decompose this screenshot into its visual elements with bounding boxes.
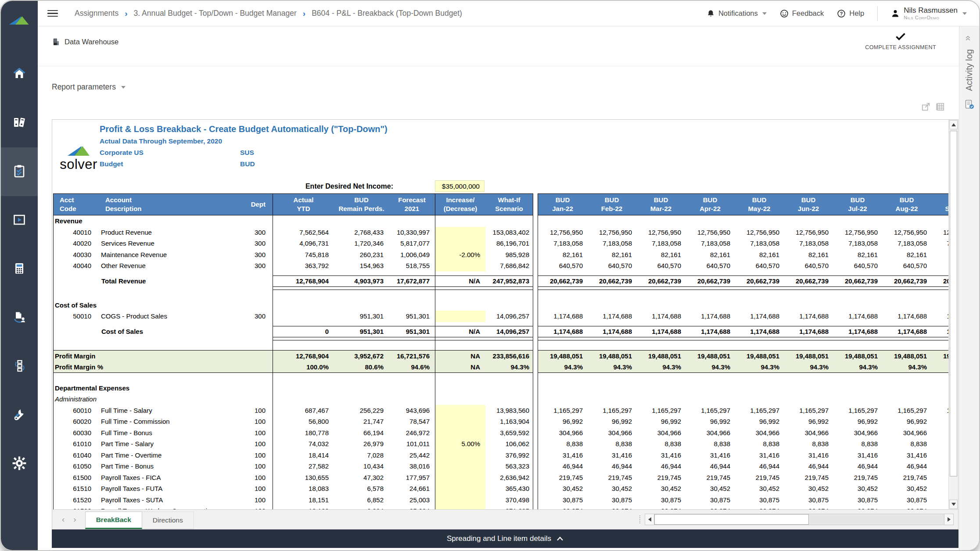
vertical-scroll-thumb[interactable]: [950, 131, 957, 476]
sheet-tab-directions[interactable]: Directions: [142, 512, 194, 529]
month-value-cell: [538, 215, 587, 227]
month-value-cell: 46,944: [882, 461, 931, 472]
sidebar-item-data-collaboration[interactable]: [1, 293, 38, 342]
actual-ytd-cell: [273, 287, 334, 290]
increase-decrease-input[interactable]: [435, 311, 485, 322]
next-sheet-arrow[interactable]: ›: [73, 515, 76, 524]
month-value-cell: 7,183,058: [587, 238, 636, 249]
sidebar-item-home[interactable]: [1, 50, 38, 99]
increase-decrease-input[interactable]: [435, 427, 485, 439]
scroll-right-button[interactable]: [944, 514, 953, 525]
pane-gap: [533, 260, 538, 272]
sheet-tabs: BreakBackDirections: [85, 510, 194, 529]
breadcrumb-item[interactable]: B604 - P&L - Breakback (Top-Down Budget): [312, 9, 462, 18]
sheet-tab-breakback[interactable]: BreakBack: [85, 512, 142, 529]
sidebar-item-process-flow[interactable]: [1, 342, 38, 391]
spacer-row: [53, 272, 948, 276]
sidebar-item-calculator[interactable]: [1, 245, 38, 293]
sidebar-item-assignments[interactable]: [1, 147, 38, 196]
bud-remain-cell: [334, 287, 389, 290]
forecast-cell: 10,330,997: [389, 227, 435, 238]
whatif-scenario-cell: [485, 383, 533, 394]
increase-decrease-input[interactable]: [435, 461, 485, 472]
increase-decrease-input[interactable]: [435, 505, 485, 509]
dept-cell: [229, 394, 273, 405]
month-value-cell: [587, 322, 636, 326]
breadcrumb-item[interactable]: 3. Annual Budget - Top/Down - Budget Man…: [134, 9, 297, 18]
month-value-cell: 30,875: [735, 494, 784, 506]
month-value-cell: 30,452: [686, 483, 735, 494]
header-bud-remain: BUDRemain Perds.: [334, 193, 389, 215]
month-value-cell: [587, 272, 636, 276]
month-value-cell: [784, 394, 833, 405]
sidebar-item-tools[interactable]: [1, 391, 38, 440]
horizontal-scrollbar[interactable]: [645, 514, 954, 525]
increase-decrease-cell: [435, 272, 485, 276]
actual-ytd-cell: [273, 215, 334, 227]
increase-decrease-input[interactable]: [435, 260, 485, 272]
increase-decrease-input[interactable]: [435, 227, 485, 238]
spreading-details-toggle[interactable]: Spreading and Line item details: [52, 530, 958, 548]
net-income-input[interactable]: $35,000,000: [435, 180, 485, 192]
month-value-cell: 1,165,297: [538, 405, 587, 416]
sidebar-item-report-player[interactable]: [1, 196, 38, 245]
open-fullscreen-icon[interactable]: [921, 102, 931, 113]
month-value-cell: 304,966: [833, 427, 882, 439]
month-value-cell: 30,974: [587, 505, 636, 509]
user-name: Nils Rasmussen: [904, 7, 958, 15]
month-value-cell: [931, 300, 948, 311]
increase-decrease-input[interactable]: [435, 494, 485, 506]
scroll-up-button[interactable]: [949, 120, 958, 129]
sidebar-item-settings[interactable]: [1, 440, 38, 488]
feedback-button[interactable]: Feedback: [780, 9, 824, 18]
solver-triangles-icon: [8, 14, 30, 27]
sidebar-item-report-archive[interactable]: [1, 99, 38, 147]
notifications-button[interactable]: Notifications: [707, 9, 767, 18]
report-parameters-toggle[interactable]: Report parameters: [52, 82, 126, 92]
activity-log-label[interactable]: Activity log: [964, 49, 974, 91]
whatif-scenario-cell: 985,928: [485, 249, 533, 261]
hamburger-menu-icon[interactable]: [47, 8, 58, 19]
increase-decrease-input[interactable]: [435, 472, 485, 483]
vertical-scrollbar[interactable]: [948, 120, 958, 509]
whatif-scenario-cell: 3,659,592: [485, 427, 533, 439]
collapse-panel-icon[interactable]: «: [965, 36, 974, 41]
activity-log-icon[interactable]: [964, 99, 975, 111]
month-value-cell: 82,161: [833, 249, 882, 261]
increase-decrease-input[interactable]: [435, 416, 485, 427]
breadcrumb-item[interactable]: Assignments: [75, 9, 118, 18]
scroll-down-button[interactable]: [949, 500, 958, 509]
table-row: 61530Payroll Taxes - Workers Compensatio…: [53, 505, 948, 509]
help-button[interactable]: ? Help: [837, 9, 864, 18]
pane-gap: [533, 227, 538, 238]
whatif-scenario-cell: 153,083,402: [485, 227, 533, 238]
increase-decrease-input[interactable]: [435, 483, 485, 494]
grid-view-icon[interactable]: [935, 102, 945, 113]
whatif-scenario-cell: [485, 394, 533, 405]
increase-decrease-input[interactable]: 5.00%: [435, 438, 485, 450]
bud-remain-cell: 3,952,672: [334, 350, 389, 361]
bud-remain-cell: 80.6%: [334, 361, 389, 373]
increase-decrease-input[interactable]: [435, 450, 485, 461]
month-value-cell: [931, 287, 948, 290]
smiley-icon: [780, 9, 789, 18]
data-warehouse-source[interactable]: Data Warehouse: [52, 38, 118, 46]
solver-logo-mark[interactable]: [1, 1, 38, 40]
month-value-cell: [538, 272, 587, 276]
complete-assignment-button[interactable]: COMPLETE ASSIGNMENT: [865, 32, 936, 50]
scroll-left-button[interactable]: [645, 514, 654, 525]
horizontal-scroll-thumb[interactable]: [654, 514, 809, 525]
whatif-scenario-cell: 7,686,842: [485, 260, 533, 272]
month-value-cell: 31,416: [587, 450, 636, 461]
splitter-grip[interactable]: [639, 515, 640, 523]
month-value-cell: [636, 340, 686, 350]
actual-ytd-cell: 18,151: [273, 494, 334, 506]
increase-decrease-input[interactable]: [435, 405, 485, 416]
bud-remain-cell: [334, 394, 389, 405]
increase-decrease-input[interactable]: -2.00%: [435, 249, 485, 261]
increase-decrease-input[interactable]: [435, 238, 485, 249]
month-value-cell: [735, 337, 784, 340]
month-value-cell: 30,974: [686, 505, 735, 509]
user-menu[interactable]: Nils Rasmussen Nils CorpDemo: [891, 7, 967, 20]
prev-sheet-arrow[interactable]: ‹: [62, 515, 65, 524]
